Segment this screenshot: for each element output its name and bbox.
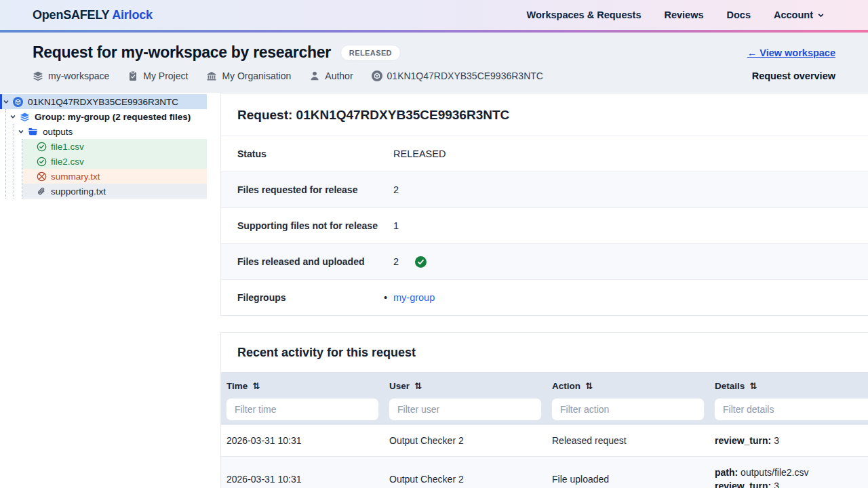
- nav-reviews[interactable]: Reviews: [664, 9, 703, 20]
- tree-item-label: supporting.txt: [51, 186, 106, 197]
- summary-value: 2: [393, 184, 399, 195]
- tree-item-label: file2.csv: [51, 157, 84, 167]
- x-circle-icon: [37, 171, 47, 182]
- detail-key: review_turn:: [715, 481, 771, 488]
- meta-organisation-label: My Organisation: [222, 70, 291, 81]
- summary-label: Filegroups: [237, 292, 393, 303]
- sort-icon[interactable]: ⇅: [252, 381, 260, 391]
- column-label: Time: [226, 381, 248, 391]
- request-cube-icon: [372, 70, 382, 81]
- tree-item-label: outputs: [43, 127, 73, 137]
- sort-icon[interactable]: ⇅: [414, 381, 422, 391]
- folder-icon: [28, 127, 38, 137]
- meta-request-id: 01KN1Q47RDXYB35CE9936R3NTC: [372, 70, 543, 81]
- request-heading: Request: 01KN1Q47RDXYB35CE9936R3NTC: [221, 94, 868, 136]
- summary-label: Files released and uploaded: [237, 256, 393, 267]
- meta-organisation: My Organisation: [206, 70, 291, 81]
- nav-docs[interactable]: Docs: [727, 9, 751, 20]
- chevron-down-icon: [817, 12, 825, 19]
- chevron-down-icon[interactable]: [18, 128, 24, 135]
- detail-key: path:: [715, 467, 738, 478]
- tree-item-file2[interactable]: file2.csv: [22, 154, 207, 169]
- column-label: User: [389, 381, 410, 391]
- summary-value: 1: [393, 220, 399, 231]
- summary-value: RELEASED: [393, 148, 446, 159]
- activity-table-head: Time ⇅ User ⇅ Action ⇅ Details ⇅: [221, 372, 868, 424]
- brand-logo[interactable]: OpenSAFELY Airlock: [33, 8, 153, 22]
- sort-icon[interactable]: ⇅: [585, 381, 593, 391]
- cell-details: review_turn: 3: [709, 425, 868, 456]
- summary-label: Files requested for release: [237, 184, 393, 195]
- page-header: Request for my-workspace by researcher R…: [0, 33, 868, 93]
- check-filled-icon: [415, 256, 427, 268]
- meta-project-label: My Project: [143, 70, 188, 81]
- cell-details: path: outputs/file2.csv review_turn: 3: [709, 457, 868, 488]
- status-badge: RELEASED: [340, 45, 401, 61]
- tree-item-request[interactable]: 01KN1Q47RDXYB35CE9936R3NTC: [0, 94, 207, 109]
- tree-item-outputs-folder[interactable]: outputs: [0, 124, 207, 139]
- tree-item-supporting[interactable]: supporting.txt: [22, 184, 207, 199]
- request-overview-label: Request overview: [752, 70, 835, 81]
- filter-time-input[interactable]: [226, 398, 379, 421]
- tree-item-label: summary.txt: [51, 171, 100, 182]
- view-workspace-link[interactable]: ← View workspace: [747, 47, 835, 58]
- meta-workspace-label: my-workspace: [48, 70, 109, 81]
- summary-row-files-released: Files released and uploaded 2: [221, 243, 868, 279]
- organisation-icon: [206, 70, 217, 81]
- meta-author: Author: [309, 70, 353, 81]
- activity-heading: Recent activity for this request: [221, 333, 868, 372]
- detail-value: 3: [774, 481, 779, 488]
- chevron-down-icon[interactable]: [3, 98, 9, 105]
- filter-action-input[interactable]: [551, 398, 705, 421]
- nav-workspaces-requests[interactable]: Workspaces & Requests: [527, 9, 642, 20]
- brand-part-1: OpenSAFELY: [33, 8, 109, 22]
- summary-value: • my-group: [393, 292, 435, 303]
- clipboard-icon: [127, 70, 138, 81]
- layers-icon: [20, 112, 30, 122]
- tree-item-label: 01KN1Q47RDXYB35CE9936R3NTC: [28, 97, 178, 107]
- cell-time: 2026-03-31 10:31: [221, 425, 384, 456]
- meta-request-id-label: 01KN1Q47RDXYB35CE9936R3NTC: [387, 70, 543, 81]
- cell-action: Released request: [547, 425, 709, 456]
- summary-value: 2: [393, 256, 399, 267]
- summary-row-files-requested: Files requested for release 2: [221, 171, 868, 207]
- detail-key: review_turn:: [715, 435, 771, 446]
- cell-user: Output Checker 2: [384, 464, 547, 488]
- meta-project: My Project: [127, 70, 188, 81]
- summary-label: Status: [237, 148, 393, 159]
- filegroup-link[interactable]: my-group: [393, 292, 435, 303]
- tree-item-label: Group: my-group (2 requested files): [35, 112, 191, 122]
- cell-action: File uploaded: [547, 464, 709, 488]
- user-icon: [309, 70, 320, 81]
- filter-details-input[interactable]: [714, 398, 868, 421]
- summary-row-filegroups: Filegroups • my-group: [221, 279, 868, 315]
- detail-value: 3: [774, 435, 779, 446]
- meta-author-label: Author: [325, 70, 353, 81]
- filter-user-input[interactable]: [389, 398, 542, 421]
- main-panel: Request: 01KN1Q47RDXYB35CE9936R3NTC Stat…: [220, 93, 868, 488]
- top-navigation: OpenSAFELY Airlock Workspaces & Requests…: [0, 0, 868, 30]
- nav-account-menu[interactable]: Account: [774, 9, 825, 20]
- tree-item-group[interactable]: Group: my-group (2 requested files): [0, 109, 207, 124]
- meta-workspace: my-workspace: [33, 70, 109, 81]
- column-label: Details: [715, 381, 745, 391]
- check-circle-icon: [37, 142, 47, 152]
- column-label: Action: [552, 381, 580, 391]
- chevron-down-icon[interactable]: [9, 113, 16, 120]
- column-header-action: Action ⇅: [547, 372, 709, 392]
- cell-user: Output Checker 2: [384, 425, 547, 456]
- tree-item-label: file1.csv: [51, 142, 84, 152]
- request-meta: my-workspace My Project My Organisation …: [33, 70, 543, 81]
- nav-account-label: Account: [774, 9, 813, 20]
- sort-icon[interactable]: ⇅: [749, 381, 757, 391]
- recent-activity-card: Recent activity for this request Time ⇅ …: [220, 332, 868, 488]
- column-header-time: Time ⇅: [221, 372, 384, 392]
- activity-row: 2026-03-31 10:31 Output Checker 2 Releas…: [221, 424, 868, 456]
- cell-time: 2026-03-31 10:31: [221, 464, 384, 488]
- tree-item-file1[interactable]: file1.csv: [22, 139, 207, 154]
- tree-item-summary[interactable]: summary.txt: [22, 169, 207, 184]
- summary-row-status: Status RELEASED: [221, 136, 868, 171]
- column-header-details: Details ⇅: [709, 372, 868, 392]
- layers-icon: [33, 70, 43, 81]
- request-summary-card: Request: 01KN1Q47RDXYB35CE9936R3NTC Stat…: [220, 93, 868, 316]
